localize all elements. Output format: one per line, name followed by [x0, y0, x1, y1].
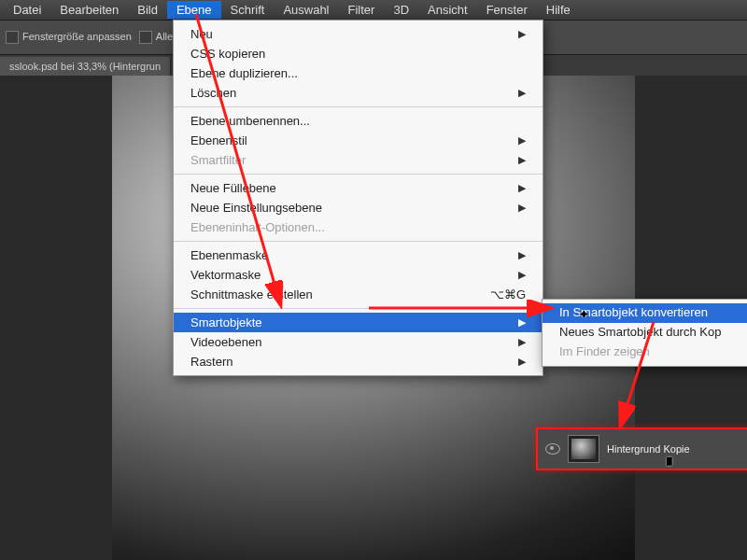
layer-name[interactable]: Hintergrund Kopie: [607, 443, 690, 455]
menu-item[interactable]: Neue Einstellungsebene▶: [174, 198, 543, 217]
submenu-smartobjekte: In Smartobjekt konvertierenNeues Smartob…: [542, 299, 747, 367]
menu-datei[interactable]: Datei: [4, 1, 50, 19]
menu-item: Ebeneninhalt-Optionen...: [174, 217, 543, 237]
submenu-arrow-icon: ▶: [518, 316, 526, 329]
cursor-icon: ▘: [667, 457, 678, 474]
menu-item[interactable]: Ebene duplizieren...: [174, 63, 543, 83]
menu-fenster[interactable]: Fenster: [477, 1, 537, 19]
layer-row-selected[interactable]: Hintergrund Kopie: [536, 427, 747, 470]
submenu-arrow-icon: ▶: [518, 202, 526, 214]
submenu-arrow-icon: ▶: [518, 182, 526, 194]
menu-item[interactable]: Ebene umbenennen...: [174, 111, 543, 131]
menu-item[interactable]: Ebenenstil▶: [174, 131, 543, 150]
menu-hilfe[interactable]: Hilfe: [537, 1, 580, 19]
shortcut-label: ⌥⌘G: [490, 287, 526, 301]
checkbox-icon: [139, 31, 152, 44]
submenu-item[interactable]: Neues Smartobjekt durch Kop: [543, 323, 747, 343]
document-tab-title: sslook.psd bei 33,3% (Hintergrun: [9, 61, 161, 72]
menu-auswahl[interactable]: Auswahl: [274, 1, 338, 19]
menu-item[interactable]: Neu▶: [174, 24, 543, 44]
submenu-arrow-icon: ▶: [518, 154, 526, 166]
menu-item[interactable]: Videoebenen▶: [174, 332, 543, 352]
menu-bearbeiten[interactable]: Bearbeiten: [50, 1, 128, 19]
menu-item[interactable]: Löschen▶: [174, 83, 543, 103]
submenu-arrow-icon: ▶: [518, 336, 526, 348]
menu-item[interactable]: CSS kopieren: [174, 44, 543, 63]
visibility-eye-icon[interactable]: [545, 443, 560, 455]
option-fit-window-label: Fenstergröße anpassen: [22, 31, 132, 42]
submenu-item[interactable]: In Smartobjekt konvertieren: [543, 303, 747, 323]
menu-item[interactable]: Smartobjekte▶: [174, 313, 543, 332]
menu-ansicht[interactable]: Ansicht: [418, 1, 477, 19]
layer-thumbnail[interactable]: [568, 435, 599, 463]
menubar: Datei Bearbeiten Bild Ebene Schrift Ausw…: [0, 0, 747, 21]
cursor-icon: ✦: [578, 306, 590, 323]
submenu-arrow-icon: ▶: [518, 356, 526, 368]
menu-3d[interactable]: 3D: [384, 1, 418, 19]
submenu-arrow-icon: ▶: [518, 28, 526, 40]
submenu-arrow-icon: ▶: [518, 269, 526, 281]
menu-item[interactable]: Neue Füllebene▶: [174, 178, 543, 198]
option-fit-window[interactable]: Fenstergröße anpassen: [6, 31, 132, 44]
submenu-arrow-icon: ▶: [518, 249, 526, 261]
menu-item[interactable]: Schnittmaske erstellen⌥⌘G: [174, 285, 543, 304]
submenu-arrow-icon: ▶: [518, 87, 526, 99]
menu-item: Smartfilter▶: [174, 150, 543, 170]
submenu-item: Im Finder zeigen: [543, 343, 747, 362]
checkbox-icon: [6, 31, 19, 44]
menu-filter[interactable]: Filter: [339, 1, 385, 19]
menu-item[interactable]: Rastern▶: [174, 352, 543, 371]
menu-schrift[interactable]: Schrift: [221, 1, 275, 19]
submenu-arrow-icon: ▶: [518, 134, 526, 147]
document-tab[interactable]: sslook.psd bei 33,3% (Hintergrun: [0, 57, 171, 76]
menu-bild[interactable]: Bild: [128, 1, 167, 19]
menu-ebene-dropdown: Neu▶CSS kopierenEbene duplizieren...Lösc…: [173, 20, 543, 376]
menu-item[interactable]: Vektormaske▶: [174, 265, 543, 285]
menu-ebene[interactable]: Ebene: [167, 1, 221, 19]
menu-item[interactable]: Ebenenmaske▶: [174, 245, 543, 265]
